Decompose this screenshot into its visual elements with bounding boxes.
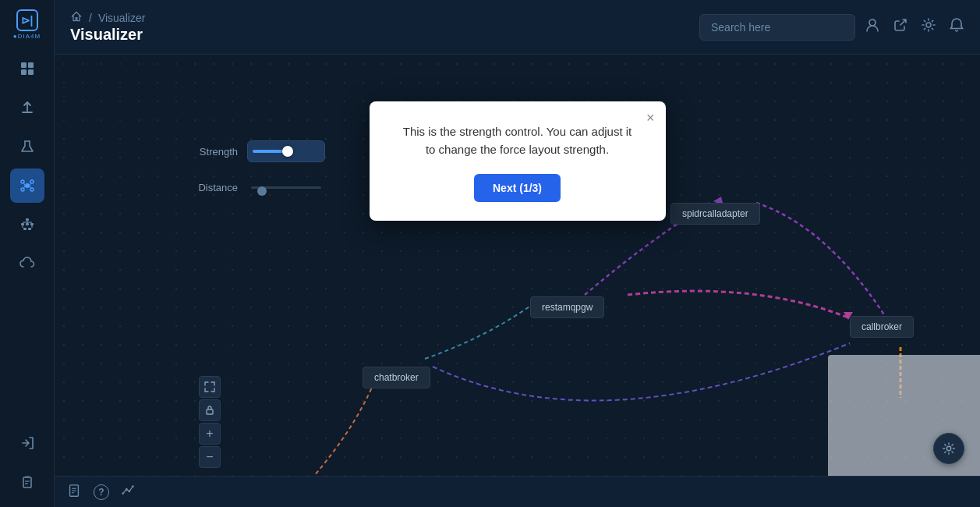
distance-control: Distance: [187, 176, 325, 198]
node-label: restamqpgw: [542, 302, 593, 313]
flask-icon: [19, 139, 35, 154]
logo-icon: ⊳|: [16, 9, 38, 31]
distance-label: Distance: [187, 182, 238, 193]
svg-point-7: [21, 188, 24, 191]
svg-point-6: [30, 180, 34, 183]
svg-point-37: [122, 492, 124, 495]
zoom-in-button[interactable]: +: [199, 423, 221, 445]
sidebar-logo: ⊳| ●DIA4M: [11, 8, 44, 41]
bottom-bar: ?: [55, 476, 980, 507]
svg-rect-1: [28, 62, 34, 68]
svg-point-40: [132, 485, 134, 488]
sidebar-item-cloud[interactable]: [10, 246, 44, 281]
strength-label: Strength: [187, 146, 238, 158]
node-restamqpgw[interactable]: restamqpgw: [530, 296, 604, 318]
clipboard-icon: [19, 474, 35, 490]
node-callbroker[interactable]: callbroker: [850, 316, 914, 338]
svg-rect-13: [26, 218, 29, 221]
share-icon[interactable]: [893, 17, 908, 37]
header: / Visualizer Visualizer: [55, 0, 980, 55]
breadcrumb-home-icon: [70, 10, 83, 26]
sidebar-item-login[interactable]: [10, 426, 44, 460]
svg-rect-24: [23, 477, 31, 488]
svg-line-9: [23, 183, 25, 186]
svg-rect-0: [21, 62, 27, 68]
doc-icon[interactable]: [67, 484, 81, 501]
modal-close-button[interactable]: ×: [646, 111, 655, 125]
node-label: callbroker: [861, 321, 902, 332]
modal-footer: Next (1/3): [394, 174, 641, 202]
header-icons: [865, 17, 964, 37]
modal-text: This is the strength control. You can ad…: [394, 123, 641, 158]
cloud-icon: [19, 256, 35, 271]
svg-rect-15: [26, 223, 29, 225]
dashboard-icon: [19, 61, 35, 76]
sidebar-item-visualizer[interactable]: [10, 168, 44, 203]
node-label: chatbroker: [374, 372, 419, 383]
settings-fab[interactable]: [933, 433, 964, 464]
svg-point-28: [926, 23, 931, 27]
zoom-controls: + −: [199, 376, 221, 468]
main-content: / Visualizer Visualizer: [55, 0, 980, 507]
user-icon[interactable]: [865, 17, 880, 37]
controls-panel: Strength Distance: [187, 140, 325, 212]
svg-point-4: [25, 183, 30, 188]
sidebar-item-upload[interactable]: [10, 90, 44, 125]
sidebar-item-dashboard[interactable]: [10, 51, 44, 86]
sidebar-item-clipboard[interactable]: [10, 465, 44, 499]
sidebar-item-flask[interactable]: [10, 129, 44, 164]
visualizer-icon: [19, 178, 35, 193]
lock-button[interactable]: [199, 399, 221, 421]
svg-rect-20: [23, 228, 27, 230]
modal-next-button[interactable]: Next (1/3): [474, 174, 561, 202]
svg-point-38: [126, 488, 128, 490]
svg-line-10: [30, 183, 31, 186]
svg-point-39: [129, 490, 131, 492]
graph-icon[interactable]: [122, 484, 136, 501]
breadcrumb-visualizer: Visualizer: [98, 12, 145, 24]
sidebar-item-hierarchy[interactable]: [10, 207, 44, 242]
svg-rect-2: [21, 69, 27, 75]
node-label: spidrcalladapter: [682, 208, 748, 219]
visualizer-canvas[interactable]: Strength Distance restamqpgw callbroker: [55, 55, 980, 507]
search-input[interactable]: [699, 14, 855, 41]
sidebar: ⊳| ●DIA4M: [0, 0, 55, 507]
settings-icon[interactable]: [921, 17, 936, 37]
svg-rect-31: [207, 410, 213, 414]
svg-point-8: [30, 188, 34, 191]
svg-rect-16: [30, 223, 34, 225]
svg-rect-3: [28, 69, 34, 75]
logo-text: ●DIA4M: [13, 33, 41, 40]
tutorial-modal: × This is the strength control. You can …: [370, 101, 666, 221]
svg-line-11: [23, 186, 25, 189]
login-icon: [19, 435, 35, 451]
zoom-out-button[interactable]: −: [199, 446, 221, 468]
strength-control: Strength: [187, 140, 325, 162]
svg-point-27: [869, 20, 876, 26]
breadcrumb-separator: /: [89, 12, 92, 24]
help-icon[interactable]: ?: [94, 484, 109, 500]
expand-button[interactable]: [199, 376, 221, 398]
page-title: Visualizer: [70, 26, 145, 44]
svg-line-12: [30, 186, 31, 189]
distance-slider[interactable]: [247, 176, 325, 198]
svg-rect-14: [21, 223, 24, 225]
upload-icon: [19, 100, 35, 115]
svg-point-32: [946, 446, 950, 450]
svg-point-5: [21, 180, 24, 183]
svg-rect-21: [28, 228, 31, 230]
node-spidrcalladapter[interactable]: spidrcalladapter: [670, 203, 760, 225]
node-chatbroker[interactable]: chatbroker: [363, 367, 430, 388]
hierarchy-icon: [19, 217, 35, 232]
bell-icon[interactable]: [949, 17, 964, 37]
strength-slider[interactable]: [247, 140, 325, 162]
breadcrumb: / Visualizer Visualizer: [70, 10, 690, 44]
